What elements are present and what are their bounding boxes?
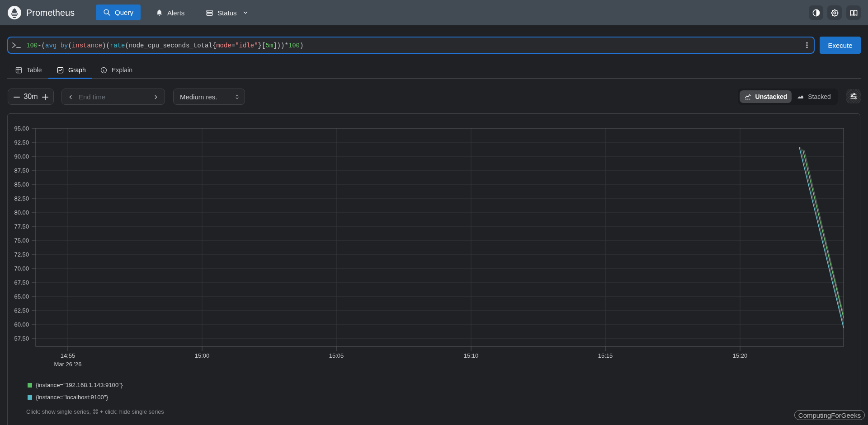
svg-text:Mar 26 '26: Mar 26 '26 — [54, 361, 81, 368]
svg-text:92.50: 92.50 — [14, 139, 29, 146]
svg-text:15:05: 15:05 — [329, 352, 344, 359]
svg-text:65.00: 65.00 — [14, 293, 29, 300]
svg-text:75.00: 75.00 — [14, 237, 29, 244]
svg-text:67.50: 67.50 — [14, 279, 29, 286]
svg-text:15:15: 15:15 — [598, 352, 613, 359]
svg-text:60.00: 60.00 — [14, 321, 29, 328]
svg-text:85.00: 85.00 — [14, 181, 29, 188]
svg-text:15:00: 15:00 — [195, 352, 210, 359]
svg-text:77.50: 77.50 — [14, 223, 29, 230]
svg-text:80.00: 80.00 — [14, 209, 29, 216]
svg-text:57.50: 57.50 — [14, 335, 29, 342]
svg-text:87.50: 87.50 — [14, 167, 29, 174]
svg-text:90.00: 90.00 — [14, 153, 29, 160]
svg-text:82.50: 82.50 — [14, 195, 29, 202]
svg-text:15:20: 15:20 — [733, 352, 748, 359]
svg-text:14:55: 14:55 — [61, 352, 75, 359]
svg-text:95.00: 95.00 — [14, 125, 29, 132]
svg-text:70.00: 70.00 — [14, 265, 29, 272]
svg-text:15:10: 15:10 — [464, 352, 479, 359]
svg-text:62.50: 62.50 — [14, 307, 29, 314]
svg-text:72.50: 72.50 — [14, 251, 29, 258]
